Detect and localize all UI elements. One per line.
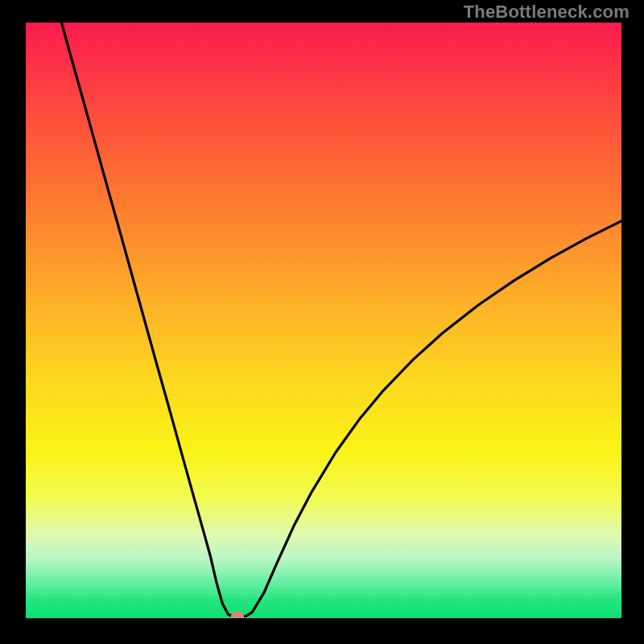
- curve-svg: [26, 23, 621, 618]
- watermark-text: TheBottleneck.com: [464, 2, 630, 23]
- optimum-marker: [231, 612, 244, 618]
- bottleneck-curve-path: [61, 23, 621, 617]
- chart-frame: TheBottleneck.com: [0, 0, 644, 644]
- plot-area: [26, 23, 621, 618]
